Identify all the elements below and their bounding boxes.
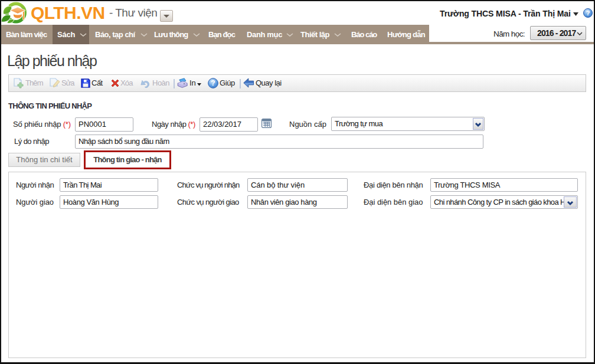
svg-text:?: ? <box>586 9 590 17</box>
svg-text:?: ? <box>211 79 215 87</box>
